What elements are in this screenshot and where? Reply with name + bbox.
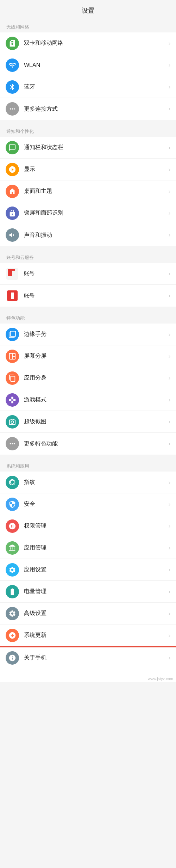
sound-chevron: › <box>169 232 170 238</box>
menu-item-lock[interactable]: 锁屏和面部识别 › <box>0 202 176 224</box>
menu-item-bluetooth[interactable]: 蓝牙 › <box>0 76 176 98</box>
menu-item-sound[interactable]: 声音和振动 › <box>0 224 176 246</box>
advanced-label: 高级设置 <box>24 610 169 617</box>
advanced-icon <box>6 607 19 620</box>
menu-item-security[interactable]: 安全 › <box>0 493 176 515</box>
finger-chevron: › <box>169 479 170 486</box>
menu-item-mi-account[interactable]: 账号 › <box>0 263 176 285</box>
section-title-account: 账号和云服务 <box>0 250 176 263</box>
split-label: 屏幕分屏 <box>24 352 169 360</box>
menu-item-notif-bar[interactable]: 通知栏和状态栏 › <box>0 137 176 159</box>
menu-item-finger[interactable]: 指纹 › <box>0 472 176 493</box>
mi-account-label-block: 账号 <box>24 270 169 277</box>
display-chevron: › <box>169 166 170 173</box>
svg-rect-4 <box>11 293 14 299</box>
game-chevron: › <box>169 397 170 403</box>
clone-icon <box>6 371 19 385</box>
mi-account-name: 账号 <box>24 270 34 277</box>
lock-label: 锁屏和面部识别 <box>24 209 169 217</box>
security-chevron: › <box>169 501 170 507</box>
wlan-label: WLAN <box>24 62 169 68</box>
more-conn-icon <box>6 102 19 116</box>
display-icon <box>6 163 19 176</box>
menu-item-sysupdate[interactable]: 系统更新 › <box>0 624 176 646</box>
app-mgr-label: 应用管理 <box>24 544 169 552</box>
sysupdate-label: 系统更新 <box>24 632 169 639</box>
permission-label: 权限管理 <box>24 522 169 530</box>
red-account-name: 账号 <box>24 293 34 298</box>
section-notification: 通知和个性化 通知栏和状态栏 › 显示 › 桌面和主题 › <box>0 123 176 246</box>
about-label: 关于手机 <box>24 654 169 661</box>
notif-bar-label: 通知栏和状态栏 <box>24 144 169 151</box>
menu-item-split[interactable]: 屏幕分屏 › <box>0 345 176 367</box>
menu-item-desktop[interactable]: 桌面和主题 › <box>0 180 176 202</box>
menu-item-advanced[interactable]: 高级设置 › <box>0 603 176 624</box>
screenshot-label: 超级截图 <box>24 418 169 425</box>
menu-group-account: 账号 › 账号 › <box>0 263 176 307</box>
about-icon <box>6 651 19 665</box>
menu-item-game[interactable]: 游戏模式 › <box>0 389 176 411</box>
section-features: 特色功能 边缘手势 › 屏幕分屏 › 应用分身 › <box>0 310 176 455</box>
desktop-chevron: › <box>169 188 170 195</box>
lock-icon <box>6 207 19 220</box>
red-account-label-block: 账号 <box>24 293 169 299</box>
svg-rect-2 <box>8 269 15 271</box>
menu-item-red-account[interactable]: 账号 › <box>0 285 176 307</box>
security-label: 安全 <box>24 500 169 508</box>
sim-icon <box>6 37 19 50</box>
battery-label: 电量管理 <box>24 588 169 595</box>
menu-item-battery[interactable]: 电量管理 › <box>0 581 176 603</box>
sound-label: 声音和振动 <box>24 232 169 239</box>
display-label: 显示 <box>24 166 169 173</box>
menu-item-about[interactable]: 关于手机 › <box>0 646 176 668</box>
wlan-icon <box>6 59 19 72</box>
more-feat-label: 更多特色功能 <box>24 440 169 448</box>
split-icon <box>6 350 19 363</box>
permission-icon <box>6 519 19 533</box>
bluetooth-label: 蓝牙 <box>24 83 169 91</box>
menu-item-app-set[interactable]: 应用设置 › <box>0 559 176 581</box>
screenshot-icon <box>6 415 19 429</box>
menu-item-more-feat[interactable]: 更多特色功能 › <box>0 433 176 455</box>
menu-item-app-mgr[interactable]: 应用管理 › <box>0 537 176 559</box>
bluetooth-chevron: › <box>169 84 170 90</box>
menu-group-features: 边缘手势 › 屏幕分屏 › 应用分身 › 游戏模式 › <box>0 324 176 455</box>
edge-chevron: › <box>169 331 170 338</box>
sim-label: 双卡和移动网络 <box>24 39 169 47</box>
clone-label: 应用分身 <box>24 374 169 382</box>
app-set-label: 应用设置 <box>24 566 169 573</box>
menu-item-screenshot[interactable]: 超级截图 › <box>0 411 176 433</box>
bluetooth-icon <box>6 80 19 94</box>
game-icon <box>6 393 19 407</box>
wlan-chevron: › <box>169 62 170 68</box>
more-conn-label: 更多连接方式 <box>24 105 169 113</box>
more-feat-chevron: › <box>169 441 170 447</box>
screenshot-chevron: › <box>169 419 170 425</box>
menu-item-permission[interactable]: 权限管理 › <box>0 515 176 537</box>
desktop-label: 桌面和主题 <box>24 187 169 195</box>
battery-icon <box>6 585 19 598</box>
finger-icon <box>6 476 19 489</box>
section-system: 系统和应用 指纹 › 安全 › 权限管理 › 应 <box>0 458 176 668</box>
menu-item-display[interactable]: 显示 › <box>0 159 176 180</box>
game-label: 游戏模式 <box>24 396 169 404</box>
watermark-area: www.jstyz.com <box>0 668 176 682</box>
desktop-icon <box>6 185 19 198</box>
battery-chevron: › <box>169 589 170 595</box>
sysupdate-icon <box>6 629 19 642</box>
menu-group-notification: 通知栏和状态栏 › 显示 › 桌面和主题 › 锁屏和面部识别 › <box>0 137 176 246</box>
menu-item-more-conn[interactable]: 更多连接方式 › <box>0 98 176 120</box>
menu-item-sim[interactable]: 双卡和移动网络 › <box>0 32 176 54</box>
app-set-icon <box>6 563 19 577</box>
section-title-features: 特色功能 <box>0 310 176 324</box>
menu-item-wlan[interactable]: WLAN › <box>0 54 176 76</box>
notif-bar-icon <box>6 141 19 154</box>
menu-item-clone[interactable]: 应用分身 › <box>0 367 176 389</box>
app-set-chevron: › <box>169 567 170 573</box>
mi-account-icon <box>6 267 19 281</box>
section-wireless: 无线和网络 双卡和移动网络 › WLAN › 蓝牙 › <box>0 19 176 120</box>
menu-item-edge[interactable]: 边缘手势 › <box>0 324 176 345</box>
app-mgr-icon <box>6 541 19 555</box>
watermark: www.jstyz.com <box>148 677 173 681</box>
finger-label: 指纹 <box>24 479 169 486</box>
